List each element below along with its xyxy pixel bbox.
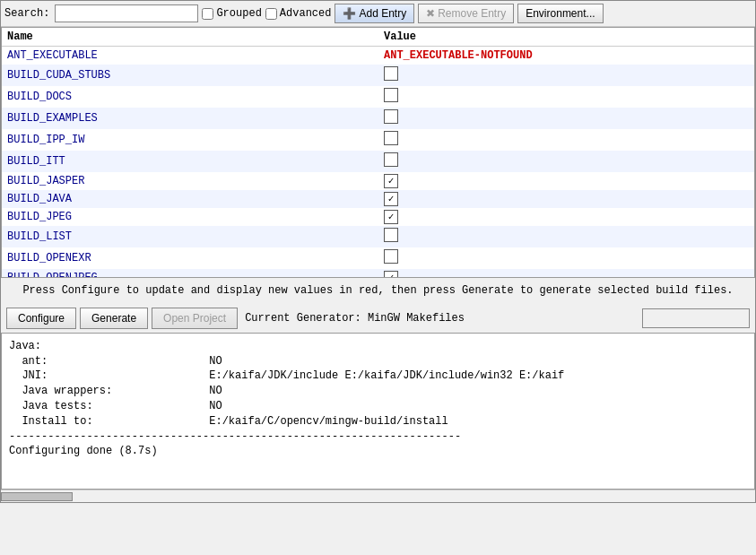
table-row[interactable]: BUILD_LIST bbox=[2, 226, 754, 247]
row-value[interactable] bbox=[378, 172, 754, 190]
row-name: BUILD_JASPER bbox=[2, 172, 378, 190]
row-name: ANT_EXECUTABLE bbox=[2, 47, 378, 65]
row-value[interactable] bbox=[378, 269, 754, 279]
col-value-header: Value bbox=[378, 28, 754, 47]
table-row[interactable]: BUILD_OPENEXR bbox=[2, 247, 754, 269]
bottom-hscroll[interactable] bbox=[1, 490, 755, 502]
table-row[interactable]: ANT_EXECUTABLEANT_EXECUTABLE-NOTFOUND bbox=[2, 47, 754, 65]
table-row[interactable]: BUILD_EXAMPLES bbox=[2, 108, 754, 129]
table-row[interactable]: BUILD_JASPER bbox=[2, 172, 754, 190]
cmake-table: Name Value ANT_EXECUTABLEANT_EXECUTABLE-… bbox=[2, 28, 754, 278]
row-name: BUILD_ITT bbox=[2, 151, 378, 172]
console-line: Java tests: NO bbox=[9, 399, 747, 414]
console-line: Java wrappers: NO bbox=[9, 384, 747, 399]
table-row[interactable]: BUILD_JAVA bbox=[2, 190, 754, 208]
toolbar: Search: Grouped Advanced ➕ Add Entry ✖ R… bbox=[1, 1, 755, 27]
row-name: BUILD_OPENEXR bbox=[2, 247, 378, 269]
row-value: ANT_EXECUTABLE-NOTFOUND bbox=[378, 47, 754, 65]
console-line: JNI: E:/kaifa/JDK/include E:/kaifa/JDK/i… bbox=[9, 369, 747, 384]
row-value[interactable] bbox=[378, 151, 754, 172]
add-entry-button[interactable]: ➕ Add Entry bbox=[335, 4, 414, 23]
row-name: BUILD_DOCS bbox=[2, 86, 378, 108]
table-header: Name Value bbox=[2, 28, 754, 47]
row-value[interactable] bbox=[378, 86, 754, 108]
advanced-checkbox[interactable] bbox=[265, 8, 277, 20]
row-value[interactable] bbox=[378, 108, 754, 129]
row-name: BUILD_JAVA bbox=[2, 190, 378, 208]
console-line: ----------------------------------------… bbox=[9, 429, 747, 445]
col-name-header: Name bbox=[2, 28, 378, 47]
row-value[interactable] bbox=[378, 208, 754, 226]
row-name: BUILD_CUDA_STUBS bbox=[2, 65, 378, 86]
grouped-label: Grouped bbox=[216, 7, 261, 20]
search-input[interactable] bbox=[55, 4, 198, 22]
console-line: Java: bbox=[9, 339, 747, 354]
table-row[interactable]: BUILD_IPP_IW bbox=[2, 129, 754, 151]
search-label: Search: bbox=[4, 7, 49, 20]
row-name: BUILD_OPENJPEG bbox=[2, 269, 378, 279]
console-line: Install to: E:/kaifa/C/opencv/mingw-buil… bbox=[9, 414, 747, 429]
console-line: Configuring done (8.7s) bbox=[9, 444, 747, 459]
bottom-toolbar: Configure Generate Open Project Current … bbox=[1, 304, 755, 333]
row-value[interactable] bbox=[378, 247, 754, 269]
table-row[interactable]: BUILD_CUDA_STUBS bbox=[2, 65, 754, 86]
grouped-checkbox[interactable] bbox=[202, 8, 213, 20]
cmake-table-container[interactable]: Name Value ANT_EXECUTABLEANT_EXECUTABLE-… bbox=[1, 27, 755, 278]
remove-icon: ✖ bbox=[426, 7, 435, 20]
hscroll-thumb[interactable] bbox=[1, 492, 73, 501]
row-value[interactable] bbox=[378, 190, 754, 208]
open-project-button[interactable]: Open Project bbox=[152, 308, 238, 329]
table-row[interactable]: BUILD_OPENJPEG bbox=[2, 269, 754, 279]
row-value[interactable] bbox=[378, 226, 754, 247]
console-output[interactable]: Java: ant: NO JNI: E:/kaifa/JDK/include … bbox=[1, 333, 755, 490]
row-name: BUILD_EXAMPLES bbox=[2, 108, 378, 129]
row-value[interactable] bbox=[378, 129, 754, 151]
generator-input[interactable] bbox=[642, 308, 750, 328]
configure-button[interactable]: Configure bbox=[6, 308, 76, 329]
table-row[interactable]: BUILD_DOCS bbox=[2, 86, 754, 108]
status-message: Press Configure to update and display ne… bbox=[1, 278, 755, 304]
row-name: BUILD_IPP_IW bbox=[2, 129, 378, 151]
remove-entry-button[interactable]: ✖ Remove Entry bbox=[418, 4, 514, 23]
console-line: ant: NO bbox=[9, 354, 747, 369]
table-body: ANT_EXECUTABLEANT_EXECUTABLE-NOTFOUNDBUI… bbox=[2, 47, 754, 279]
add-icon: ➕ bbox=[343, 7, 356, 20]
grouped-checkbox-item: Grouped bbox=[202, 7, 261, 20]
table-row[interactable]: BUILD_JPEG bbox=[2, 208, 754, 226]
row-name: BUILD_LIST bbox=[2, 226, 378, 247]
advanced-checkbox-item: Advanced bbox=[265, 7, 332, 20]
environment-button[interactable]: Environment... bbox=[517, 4, 603, 23]
generate-button[interactable]: Generate bbox=[80, 308, 148, 329]
row-value[interactable] bbox=[378, 65, 754, 86]
advanced-label: Advanced bbox=[280, 7, 332, 20]
current-generator-label: Current Generator: MinGW Makefiles bbox=[245, 312, 639, 325]
table-row[interactable]: BUILD_ITT bbox=[2, 151, 754, 172]
row-name: BUILD_JPEG bbox=[2, 208, 378, 226]
